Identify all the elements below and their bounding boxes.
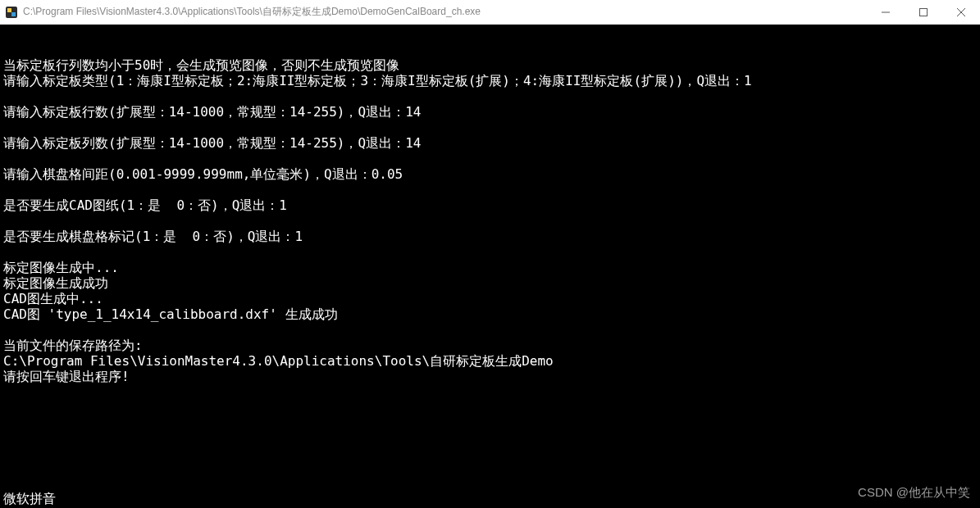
console-line	[3, 182, 977, 197]
console-line: 当标定板行列数均小于50时，会生成预览图像，否则不生成预览图像	[3, 57, 977, 73]
close-button[interactable]	[942, 0, 980, 24]
minimize-button[interactable]	[867, 0, 905, 24]
console-line	[3, 322, 977, 338]
app-icon	[5, 6, 18, 19]
console-line	[3, 88, 977, 104]
console-output[interactable]: 当标定板行列数均小于50时，会生成预览图像，否则不生成预览图像请输入标定板类型(…	[0, 25, 980, 508]
console-line: 请输入标定板类型(1：海康I型标定板；2:海康II型标定板；3：海康I型标定板(…	[3, 73, 977, 88]
window-title: C:\Program Files\VisionMaster4.3.0\Appli…	[23, 5, 867, 19]
console-line: 是否要生成棋盘格标记(1：是 0：否)，Q退出：1	[3, 229, 977, 244]
console-line: C:\Program Files\VisionMaster4.3.0\Appli…	[3, 353, 977, 369]
svg-rect-2	[11, 12, 16, 16]
console-line	[3, 213, 977, 229]
console-line	[3, 120, 977, 135]
window-titlebar: C:\Program Files\VisionMaster4.3.0\Appli…	[0, 0, 980, 25]
console-line: 标定图像生成中...	[3, 260, 977, 275]
watermark-text: CSDN @他在从中笑	[858, 484, 970, 500]
console-line: 当前文件的保存路径为:	[3, 338, 977, 353]
maximize-button[interactable]	[905, 0, 942, 24]
console-line: CAD图生成中...	[3, 291, 977, 306]
console-line: 是否要生成CAD图纸(1：是 0：否)，Q退出：1	[3, 197, 977, 213]
console-line	[3, 151, 977, 166]
console-line: CAD图 'type_1_14x14_calibboard.dxf' 生成成功	[3, 306, 977, 322]
console-line: 请输入棋盘格间距(0.001-9999.999mm,单位毫米)，Q退出：0.05	[3, 166, 977, 182]
console-line: 请按回车键退出程序!	[3, 369, 977, 384]
console-line: 标定图像生成成功	[3, 275, 977, 291]
window-controls	[867, 0, 980, 24]
ime-indicator-partial: 微软拼音	[3, 491, 56, 506]
console-line: 请输入标定板行数(扩展型：14-1000，常规型：14-255)，Q退出：14	[3, 104, 977, 120]
svg-rect-4	[920, 8, 928, 16]
svg-rect-1	[7, 8, 11, 12]
console-line: 请输入标定板列数(扩展型：14-1000，常规型：14-255)，Q退出：14	[3, 135, 977, 151]
console-line	[3, 244, 977, 260]
